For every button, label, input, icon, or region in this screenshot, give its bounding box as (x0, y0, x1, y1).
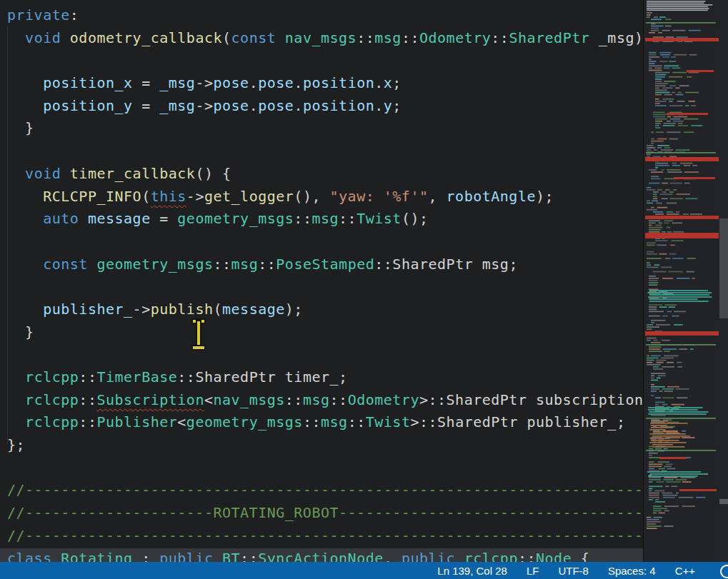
code-line[interactable] (7, 276, 643, 298)
code-token: Subscription (96, 391, 204, 408)
code-token (88, 256, 97, 273)
code-token: :: (330, 391, 348, 408)
code-token (7, 413, 25, 431)
code-token: Twist (366, 413, 411, 431)
status-encoding[interactable]: UTF-8 (558, 565, 589, 577)
code-token: -> (133, 301, 151, 318)
code-token: rclcpp (25, 391, 79, 408)
code-token: private (7, 6, 70, 24)
overview-ruler-marker (719, 499, 728, 504)
code-token: position_x (43, 74, 132, 91)
code-line[interactable]: }; (7, 434, 643, 457)
status-bar: Ln 139, Col 28LFUTF-8Spaces: 4C++ (0, 562, 728, 579)
code-token: Rotating (61, 550, 132, 563)
status-cursor-position[interactable]: Ln 139, Col 28 (437, 565, 507, 577)
code-line[interactable]: position_x = _msg->pose.pose.position.x; (7, 72, 643, 95)
code-line[interactable] (7, 231, 643, 253)
code-token: } (7, 323, 34, 341)
code-token: SharedPtr publisher_; (437, 413, 625, 431)
code-token (7, 301, 43, 318)
code-line[interactable] (7, 457, 643, 480)
code-line[interactable]: private: (7, 4, 643, 27)
code-token: ); (536, 188, 554, 205)
code-token: class (7, 550, 52, 563)
minimap[interactable] (643, 0, 720, 562)
code-token: :: (294, 210, 311, 227)
code-line[interactable] (7, 343, 643, 366)
code-token: rclcpp (25, 368, 79, 386)
code-token: TimerBase (96, 368, 177, 386)
code-token: Publisher (96, 413, 177, 431)
code-token: msg (321, 413, 348, 431)
code-token: msg (231, 256, 259, 273)
code-token: -> (195, 74, 213, 91)
scrollbar-thumb[interactable] (719, 218, 728, 318)
code-line[interactable] (7, 140, 643, 163)
code-token: :: (240, 550, 258, 563)
status-language-mode[interactable]: C++ (675, 565, 695, 577)
code-token: pose (213, 74, 249, 91)
code-token: rclcpp (25, 413, 79, 431)
code-line[interactable]: const geometry_msgs::msg::PoseStamped::S… (7, 253, 643, 276)
code-token: () { (195, 165, 231, 182)
vscode-window: private: void odometry_callback(const na… (0, 0, 728, 579)
code-line[interactable]: rclcpp::Publisher<geometry_msgs::msg::Tw… (7, 411, 643, 434)
status-indentation[interactable]: Spaces: 4 (608, 565, 656, 577)
code-token: < (177, 413, 186, 431)
code-token: void (25, 29, 61, 46)
code-line[interactable]: } (7, 117, 643, 140)
code-token: nav_msgs (213, 391, 284, 408)
code-token (213, 550, 222, 563)
code-token: }; (7, 436, 25, 453)
code-token: :: (79, 413, 96, 431)
code-token: { (572, 550, 589, 563)
code-line[interactable]: void timer_callback() { (7, 163, 643, 186)
code-line[interactable]: auto message = geometry_msgs::msg::Twist… (7, 208, 643, 231)
code-token: :: (402, 29, 419, 46)
code-token (455, 550, 464, 563)
code-token: -> (186, 188, 204, 205)
code-line[interactable]: rclcpp::TimerBase::SharedPtr timer_; (7, 366, 643, 389)
code-token: . (294, 97, 303, 114)
code-token: :: (348, 413, 366, 431)
code-line[interactable]: publisher_->publish(message); (7, 298, 643, 321)
code-line[interactable]: class Rotating : public BT::SyncActionNo… (7, 548, 643, 563)
code-line[interactable]: void odometry_callback(const nav_msgs::m… (7, 27, 643, 50)
code-line[interactable]: RCLCPP_INFO(this->get_logger(), "yaw: '%… (7, 186, 643, 208)
code-token: msg (374, 29, 402, 46)
code-token: this (151, 188, 186, 205)
code-token: geometry_msgs (177, 210, 294, 227)
code-token: :: (258, 256, 276, 273)
code-token: = (151, 210, 178, 227)
code-token: , (428, 188, 446, 205)
code-editor[interactable]: private: void odometry_callback(const na… (0, 0, 643, 562)
code-line[interactable]: //--------------------------------------… (7, 525, 643, 548)
code-token: "yaw: '%f'" (330, 188, 429, 205)
notifications-icon[interactable] (720, 565, 728, 578)
code-token: ( (141, 188, 151, 205)
code-token: get_logger (204, 188, 294, 205)
code-token (7, 74, 43, 91)
code-token: _msg (159, 97, 195, 114)
code-token: >:: (419, 391, 447, 408)
code-token: = (133, 74, 160, 91)
code-token (7, 391, 25, 408)
code-token: = (133, 97, 160, 114)
code-token: x (384, 74, 393, 91)
editor-scrollbar[interactable] (719, 0, 728, 562)
status-eol-sequence[interactable]: LF (527, 565, 539, 577)
code-token: < (204, 391, 214, 408)
code-token: : (70, 6, 79, 24)
code-line[interactable]: //--------------------------------------… (7, 479, 643, 502)
code-token: pose (258, 74, 294, 91)
code-token: :: (285, 391, 303, 408)
code-token: ( (222, 29, 231, 46)
code-area[interactable]: private: void odometry_callback(const na… (7, 4, 643, 562)
code-line[interactable]: //---------------------ROTATING_ROBOT---… (7, 502, 643, 525)
code-line[interactable]: position_y = _msg->pose.pose.position.y; (7, 95, 643, 118)
code-token: ); (285, 301, 303, 318)
code-line[interactable]: rclcpp::Subscription<nav_msgs::msg::Odom… (7, 389, 643, 412)
code-line[interactable] (7, 49, 643, 72)
code-token: ; (392, 74, 402, 91)
code-line[interactable]: } (7, 321, 643, 344)
